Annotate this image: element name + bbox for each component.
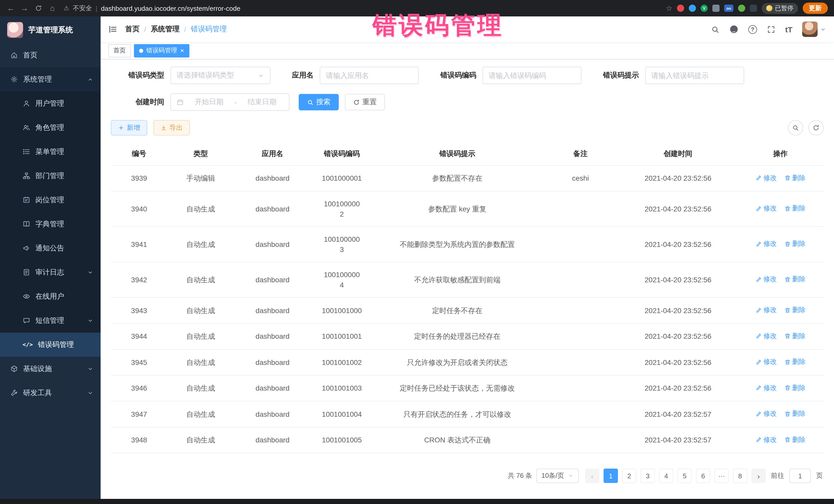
date-range-picker[interactable]: 开始日期 - 结束日期 xyxy=(170,93,289,111)
calendar-icon xyxy=(177,98,184,106)
user-menu[interactable] xyxy=(802,22,826,37)
browser-reload-button[interactable] xyxy=(34,5,43,12)
ext-green-icon[interactable]: V xyxy=(701,5,708,12)
cell-type: 自动生成 xyxy=(167,401,234,427)
error-code-input[interactable] xyxy=(482,67,581,84)
sidebar-item[interactable]: </>错误码管理 xyxy=(0,333,101,357)
edit-button[interactable]: 修改 xyxy=(755,382,777,393)
reset-button[interactable]: 重置 xyxy=(345,94,385,110)
sidebar-item[interactable]: 角色管理 xyxy=(0,115,101,139)
browser-forward-button[interactable]: → xyxy=(20,0,29,17)
breadcrumb-item[interactable]: 系统管理 xyxy=(151,25,180,34)
edit-button[interactable]: 修改 xyxy=(755,305,777,315)
delete-button[interactable]: 删除 xyxy=(784,274,806,285)
edit-button[interactable]: 修改 xyxy=(755,173,777,183)
sidebar-item[interactable]: 菜单管理 xyxy=(0,139,101,164)
browser-back-button[interactable]: ← xyxy=(6,0,15,17)
table-row: 3944自动生成dashboard1001001001定时任务的处理器已经存在2… xyxy=(111,323,824,349)
breadcrumb-item[interactable]: 错误码管理 xyxy=(191,25,227,34)
app-name-input[interactable] xyxy=(320,67,419,84)
sidebar-item[interactable]: 短信管理 xyxy=(0,308,101,333)
error-type-select[interactable]: 请选择错误码类型 xyxy=(170,67,270,84)
edit-button[interactable]: 修改 xyxy=(755,203,777,214)
prev-page-button[interactable]: ‹ xyxy=(585,468,599,483)
sidebar-item[interactable]: 首页 xyxy=(0,43,101,67)
edit-button[interactable]: 修改 xyxy=(755,239,777,249)
edit-button[interactable]: 修改 xyxy=(755,331,777,341)
delete-button[interactable]: 删除 xyxy=(784,203,806,214)
sidebar-item[interactable]: 在线用户 xyxy=(0,284,101,308)
sidebar-collapse-button[interactable] xyxy=(101,17,125,42)
ext-on-badge[interactable]: on xyxy=(724,5,733,12)
edit-button[interactable]: 修改 xyxy=(755,409,777,419)
help-icon[interactable] xyxy=(748,25,757,34)
search-icon[interactable] xyxy=(711,25,720,34)
breadcrumb-item[interactable]: 首页 xyxy=(125,25,139,34)
page-number-button[interactable]: 6 xyxy=(696,468,710,483)
close-icon[interactable]: × xyxy=(180,47,184,54)
page-number-button[interactable]: 3 xyxy=(640,468,655,483)
sidebar-item[interactable]: 审计日志 xyxy=(0,260,101,284)
ext-blue-icon[interactable] xyxy=(689,5,696,12)
ext-grid-icon[interactable] xyxy=(712,5,720,12)
add-button[interactable]: 新增 xyxy=(111,120,147,135)
extensions-menu-icon[interactable] xyxy=(750,5,757,12)
export-button[interactable]: 导出 xyxy=(153,120,190,135)
cell-hint: 定时任务已经处于该状态，无需修改 xyxy=(373,375,542,401)
app-logo[interactable]: 芋道管理系统 xyxy=(0,17,101,43)
browser-home-button[interactable]: ⌂ xyxy=(48,0,57,17)
sidebar-item[interactable]: 字典管理 xyxy=(0,212,101,236)
cell-app: dashboard xyxy=(234,323,311,349)
breadcrumb-separator: / xyxy=(144,25,146,34)
tab-item[interactable]: 首页 xyxy=(108,44,131,57)
font-size-icon[interactable] xyxy=(785,25,792,34)
sidebar-item[interactable]: 用户管理 xyxy=(0,91,101,115)
delete-button[interactable]: 删除 xyxy=(784,173,806,183)
ext-red-icon[interactable] xyxy=(677,5,684,12)
search-button[interactable]: 搜索 xyxy=(299,94,339,110)
delete-icon xyxy=(784,385,791,391)
sidebar-item[interactable]: 部门管理 xyxy=(0,164,101,188)
page-size-select[interactable]: 10条/页 xyxy=(536,468,579,483)
tab-active[interactable]: 错误码管理× xyxy=(134,44,189,57)
delete-button[interactable]: 删除 xyxy=(784,305,806,315)
bookmark-star-icon[interactable]: ☆ xyxy=(666,4,672,12)
sidebar-item[interactable]: 研发工具 xyxy=(0,381,101,405)
delete-button[interactable]: 删除 xyxy=(784,409,806,419)
delete-button[interactable]: 删除 xyxy=(784,382,806,393)
page-number-button[interactable]: 2 xyxy=(622,468,636,483)
update-button[interactable]: 更新 xyxy=(803,3,828,14)
next-page-button[interactable]: › xyxy=(751,468,766,483)
delete-button[interactable]: 删除 xyxy=(784,239,806,249)
page-number-button[interactable]: 5 xyxy=(678,468,692,483)
toggle-search-button[interactable] xyxy=(788,120,803,135)
page-number-button[interactable]: 4 xyxy=(659,468,673,483)
edit-button[interactable]: 修改 xyxy=(755,357,777,367)
edit-button[interactable]: 修改 xyxy=(755,435,777,445)
refresh-table-button[interactable] xyxy=(808,120,824,135)
error-hint-input[interactable] xyxy=(645,67,744,84)
refresh-icon xyxy=(812,124,820,131)
github-icon[interactable] xyxy=(729,25,739,34)
goto-page-input[interactable] xyxy=(789,468,811,483)
total-count: 共 76 条 xyxy=(508,471,532,480)
fullscreen-icon[interactable] xyxy=(767,25,775,34)
page-number-button[interactable]: 8 xyxy=(733,468,747,483)
sidebar-item[interactable]: 系统管理 xyxy=(0,67,101,91)
more-pages-button[interactable]: ··· xyxy=(715,468,729,483)
delete-button[interactable]: 删除 xyxy=(784,331,806,341)
edit-button[interactable]: 修改 xyxy=(755,274,777,285)
ext-leaf-icon[interactable] xyxy=(738,5,745,12)
delete-button[interactable]: 删除 xyxy=(784,435,806,445)
sidebar-item[interactable]: 岗位管理 xyxy=(0,188,101,212)
address-bar[interactable]: ⚠ 不安全 | dashboard.yudao.iocoder.cn/syste… xyxy=(64,4,240,13)
sidebar-item[interactable]: 基础设施 xyxy=(0,357,101,381)
paused-badge[interactable]: 已暂停 xyxy=(762,3,798,14)
cell-type: 自动生成 xyxy=(167,191,234,226)
page-content: 错误码类型 请选择错误码类型 应用名 错误码编码 错误码提示 创建时间 xyxy=(101,60,834,499)
sidebar-item[interactable]: 通知公告 xyxy=(0,236,101,260)
address-divider: | xyxy=(96,4,97,12)
page-number-button[interactable]: 1 xyxy=(603,468,618,483)
cell-hint: 只有开启状态的任务，才可以修改 xyxy=(373,401,542,427)
delete-button[interactable]: 删除 xyxy=(784,357,806,367)
